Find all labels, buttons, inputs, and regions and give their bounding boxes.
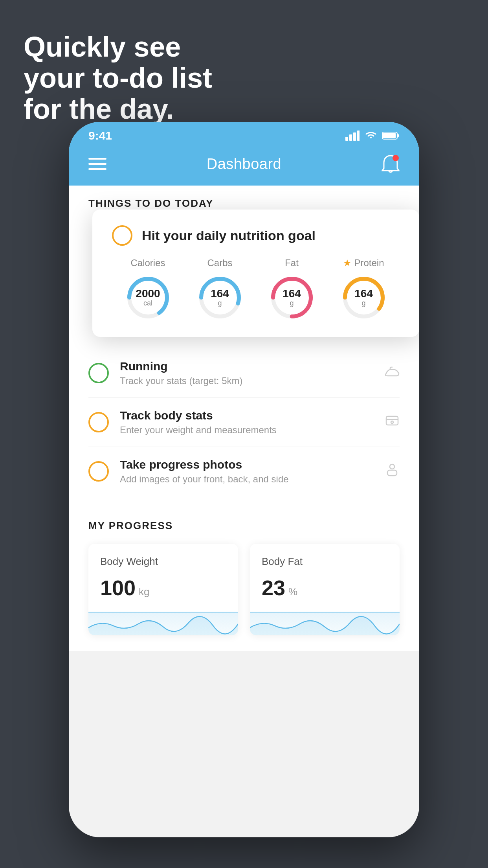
donut-carbs: 164 g (196, 274, 244, 321)
svg-point-19 (390, 464, 394, 469)
todo-item[interactable]: Running Track your stats (target: 5km) (88, 349, 400, 398)
status-icons (345, 131, 400, 141)
todo-list: Running Track your stats (target: 5km) T… (69, 349, 419, 496)
phone-body: Hit your daily nutrition goal Calories 2… (69, 210, 419, 651)
status-bar: 9:41 (69, 122, 419, 146)
todo-checkbox[interactable] (88, 461, 109, 482)
svg-rect-3 (357, 131, 360, 141)
donut-fat: 164 g (268, 274, 316, 321)
nutrition-label: Carbs (207, 257, 232, 268)
nav-bar: Dashboard (69, 146, 419, 186)
progress-value: 100 kg (100, 576, 226, 600)
progress-card-body-fat[interactable]: Body Fat 23 % (250, 544, 400, 635)
todo-subtitle: Enter your weight and measurements (120, 425, 374, 436)
mini-chart (250, 612, 400, 635)
donut-protein: 164 g (340, 274, 387, 321)
menu-icon[interactable] (88, 158, 106, 170)
headline-line2: your to-do list (24, 63, 212, 94)
star-icon: ★ (343, 257, 352, 268)
todo-subtitle: Track your stats (target: 5km) (120, 375, 374, 386)
donut-text: 164 g (211, 288, 229, 307)
progress-card-body-weight[interactable]: Body Weight 100 kg (88, 544, 238, 635)
nutrition-circles: Calories 2000 cal Carbs 164 g Fat (112, 257, 400, 321)
todo-content: Track body stats Enter your weight and m… (120, 409, 374, 436)
nutrition-label: Calories (130, 257, 165, 268)
nutrition-item-carbs: Carbs 164 g (196, 257, 244, 321)
progress-unit: kg (139, 586, 149, 598)
svg-rect-2 (353, 132, 356, 141)
svg-rect-0 (345, 137, 348, 141)
todo-title: Take progress photos (120, 458, 374, 471)
bell-icon[interactable] (382, 154, 400, 174)
nutrition-item-protein: ★Protein 164 g (340, 257, 387, 321)
todo-checkbox[interactable] (88, 363, 109, 383)
phone-top: 9:41 (69, 122, 419, 210)
progress-unit: % (288, 586, 297, 598)
nutrition-item-calories: Calories 2000 cal (125, 257, 172, 321)
card-title: Hit your daily nutrition goal (142, 228, 316, 243)
todo-item[interactable]: Track body stats Enter your weight and m… (88, 398, 400, 447)
svg-rect-5 (397, 134, 399, 137)
todo-title: Track body stats (120, 409, 374, 422)
progress-number: 23 (262, 576, 285, 600)
progress-value: 23 % (262, 576, 388, 600)
progress-section: MY PROGRESS Body Weight 100 kg Body Fat … (69, 496, 419, 651)
svg-rect-1 (349, 134, 352, 141)
todo-subtitle: Add images of your front, back, and side (120, 474, 374, 485)
headline-line3: for the day. (24, 94, 212, 125)
shoe-icon (385, 364, 400, 383)
todo-content: Running Track your stats (target: 5km) (120, 360, 374, 386)
person-icon (385, 462, 400, 481)
headline-line1: Quickly see (24, 31, 212, 63)
progress-number: 100 (100, 576, 136, 600)
svg-rect-6 (383, 133, 396, 138)
todo-circle-nutrition (112, 225, 132, 246)
progress-card-title: Body Fat (262, 555, 388, 568)
svg-rect-20 (387, 470, 397, 476)
donut-text: 2000 cal (136, 288, 160, 307)
signal-icon (345, 131, 360, 141)
scale-icon (385, 413, 400, 432)
nutrition-label: ★Protein (343, 257, 384, 268)
mini-chart (88, 612, 238, 635)
progress-cards: Body Weight 100 kg Body Fat 23 % (88, 544, 400, 635)
nav-title: Dashboard (207, 156, 281, 173)
todo-item[interactable]: Take progress photos Add images of your … (88, 447, 400, 496)
headline: Quickly see your to-do list for the day. (24, 31, 212, 125)
phone-mockup: 9:41 (69, 122, 419, 837)
svg-point-7 (393, 155, 399, 161)
todo-checkbox[interactable] (88, 412, 109, 432)
nutrition-label: Fat (285, 257, 299, 268)
donut-text: 164 g (354, 288, 373, 307)
todo-title: Running (120, 360, 374, 373)
progress-card-title: Body Weight (100, 555, 226, 568)
svg-point-18 (391, 421, 393, 423)
todo-content: Take progress photos Add images of your … (120, 458, 374, 485)
card-header: Hit your daily nutrition goal (112, 225, 400, 246)
section-header: THINGS TO DO TODAY (69, 186, 419, 210)
wifi-icon (364, 131, 378, 141)
status-time: 9:41 (88, 129, 112, 142)
battery-icon (382, 131, 400, 140)
donut-calories: 2000 cal (125, 274, 172, 321)
nutrition-card: Hit your daily nutrition goal Calories 2… (92, 210, 419, 337)
progress-header: MY PROGRESS (88, 520, 400, 532)
nutrition-item-fat: Fat 164 g (268, 257, 316, 321)
donut-text: 164 g (283, 288, 301, 307)
